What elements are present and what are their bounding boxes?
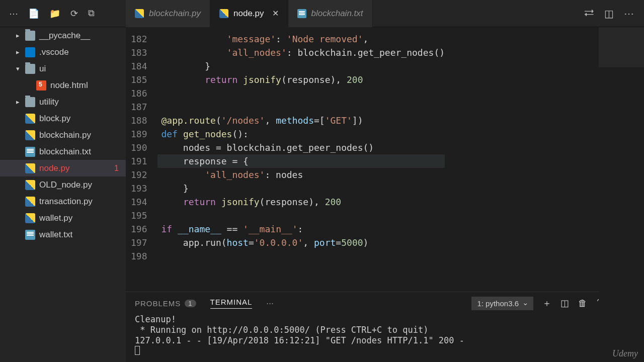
terminal-output[interactable]: Cleanup! * Running on http://0.0.0.0:500… xyxy=(126,314,644,357)
chevron-icon: ▾ xyxy=(14,65,21,72)
problems-count: 1 xyxy=(185,300,196,307)
code-line-185[interactable]: return jsonify(response), 200 xyxy=(157,73,445,86)
chevron-icon: ▸ xyxy=(14,48,21,56)
code-line-183[interactable]: 'all_nodes': blockchain.get_peer_nodes() xyxy=(157,46,445,59)
title-right-actions: ⮂ ◫ ⋯ xyxy=(574,8,644,20)
code-line-187[interactable] xyxy=(157,100,445,114)
tree-label: OLD_node.py xyxy=(39,180,92,190)
new-terminal-icon[interactable]: ＋ xyxy=(542,297,551,309)
py-icon xyxy=(25,180,35,190)
refresh-icon[interactable]: ⟳ xyxy=(70,8,78,19)
vscode-icon xyxy=(25,47,35,57)
tree-label: blockchain.py xyxy=(39,130,91,140)
tab-problems-label: PROBLEMS xyxy=(135,299,181,308)
tree-item-utility[interactable]: ▸utility xyxy=(0,94,126,110)
code-line-193[interactable]: } xyxy=(157,182,445,195)
tree-item-wallet-txt[interactable]: wallet.txt xyxy=(0,226,126,243)
code-line-192[interactable]: 'all_nodes': nodes xyxy=(157,168,445,182)
tree-label: node.html xyxy=(50,80,88,90)
collapse-icon[interactable]: ⧉ xyxy=(88,8,95,19)
tree-item-node-py[interactable]: node.py1 xyxy=(0,160,126,176)
minimap-viewport[interactable] xyxy=(599,27,644,67)
diff-icon[interactable]: ⮂ xyxy=(584,8,594,19)
tree-item-node-html[interactable]: node.html xyxy=(0,77,126,94)
editor-area: 1821831841851861871881891901911921931941… xyxy=(126,27,644,362)
txt-icon xyxy=(297,9,306,18)
tree-label: blockchain.txt xyxy=(39,147,91,157)
py-icon xyxy=(25,213,35,223)
tree-item-wallet-py[interactable]: wallet.py xyxy=(0,210,126,226)
folder-icon xyxy=(25,97,35,107)
code-line-186[interactable] xyxy=(157,86,445,100)
code-line-198[interactable] xyxy=(157,249,445,263)
line-gutter: 1821831841851861871881891901911921931941… xyxy=(126,27,157,292)
terminal-selector[interactable]: 1: python3.6 xyxy=(471,297,533,310)
folder-icon xyxy=(25,31,35,41)
tab-label: blockchain.txt xyxy=(311,9,363,19)
code-line-195[interactable] xyxy=(157,209,445,222)
panel-tabs: PROBLEMS 1 TERMINAL ⋯ 1: python3.6 ＋ ◫ 🗑… xyxy=(126,292,644,314)
tree-label: __pycache__ xyxy=(39,31,90,41)
tree-item-ui[interactable]: ▾ui xyxy=(0,60,126,77)
py-icon xyxy=(25,114,35,124)
split-terminal-icon[interactable]: ◫ xyxy=(560,298,569,309)
chevron-icon: ▸ xyxy=(14,32,21,39)
code-line-182[interactable]: 'message': 'Node removed', xyxy=(157,32,445,46)
code-line-196[interactable]: if __name__ == '__main__': xyxy=(157,222,445,236)
py-icon xyxy=(219,9,228,18)
code-area[interactable]: 1821831841851861871881891901911921931941… xyxy=(126,27,644,292)
watermark: Udemy xyxy=(612,348,638,359)
tab-blockchain-txt[interactable]: blockchain.txt xyxy=(288,0,373,27)
tree-item-__pycache__[interactable]: ▸__pycache__ xyxy=(0,27,126,44)
tab-terminal-label: TERMINAL xyxy=(210,298,253,306)
tab-label: node.py xyxy=(233,9,264,19)
py-icon xyxy=(25,130,35,140)
tree-item-block-py[interactable]: block.py xyxy=(0,110,126,127)
minimap[interactable] xyxy=(599,27,644,292)
code-line-190[interactable]: nodes = blockchain.get_peer_nodes() xyxy=(157,141,445,154)
split-icon[interactable]: ◫ xyxy=(604,8,614,20)
tab-blockchain-py[interactable]: blockchain.py xyxy=(126,0,210,27)
tree-label: transaction.py xyxy=(39,197,93,207)
tree-item-blockchain-txt[interactable]: blockchain.txt xyxy=(0,143,126,160)
more-actions-icon[interactable]: ⋯ xyxy=(624,8,634,20)
tree-label: utility xyxy=(39,97,59,107)
code-line-189[interactable]: def get_nodes(): xyxy=(157,127,445,141)
py-icon xyxy=(25,197,35,207)
new-folder-icon[interactable]: 📁 xyxy=(49,8,60,19)
tree-item-OLD_node-py[interactable]: OLD_node.py xyxy=(0,176,126,193)
kill-terminal-icon[interactable]: 🗑 xyxy=(578,298,587,309)
txt-icon xyxy=(25,147,35,157)
code-line-188[interactable]: @app.route('/nodes', methods=['GET']) xyxy=(157,114,445,127)
html-icon xyxy=(36,80,46,90)
error-badge: 1 xyxy=(114,164,119,173)
code-line-184[interactable]: } xyxy=(157,59,445,73)
terminal-cursor xyxy=(135,346,140,355)
py-icon xyxy=(135,9,144,18)
tab-terminal[interactable]: TERMINAL xyxy=(210,298,253,309)
tree-item--vscode[interactable]: ▸.vscode xyxy=(0,44,126,60)
tab-problems[interactable]: PROBLEMS 1 xyxy=(135,299,196,308)
tree-item-transaction-py[interactable]: transaction.py xyxy=(0,193,126,210)
folder-icon xyxy=(25,64,35,74)
txt-icon xyxy=(25,230,35,240)
panel-more-icon[interactable]: ⋯ xyxy=(266,299,274,308)
code-content[interactable]: 'message': 'Node removed', 'all_nodes': … xyxy=(157,27,445,292)
bottom-panel: PROBLEMS 1 TERMINAL ⋯ 1: python3.6 ＋ ◫ 🗑… xyxy=(126,292,644,362)
code-line-194[interactable]: return jsonify(response), 200 xyxy=(157,195,445,209)
tab-node-py[interactable]: node.py✕ xyxy=(210,0,288,27)
more-icon[interactable]: ⋯ xyxy=(9,8,18,19)
tab-label: blockchain.py xyxy=(149,9,201,19)
tree-label: ui xyxy=(39,64,46,74)
explorer-sidebar: ▸__pycache__▸.vscode▾uinode.html▸utility… xyxy=(0,27,126,362)
new-file-icon[interactable]: 📄 xyxy=(28,8,39,19)
editor-tabs: blockchain.pynode.py✕blockchain.txt xyxy=(126,0,574,27)
code-line-197[interactable]: app.run(host='0.0.0.0', port=5000) xyxy=(157,236,445,249)
code-line-191[interactable]: response = { xyxy=(157,154,445,168)
tree-item-blockchain-py[interactable]: blockchain.py xyxy=(0,127,126,143)
explorer-toolbar: ⋯ 📄 📁 ⟳ ⧉ xyxy=(0,8,126,19)
py-icon xyxy=(25,163,35,173)
close-tab-icon[interactable]: ✕ xyxy=(272,9,279,18)
tree-label: wallet.py xyxy=(39,213,72,223)
tree-label: wallet.txt xyxy=(39,230,72,240)
